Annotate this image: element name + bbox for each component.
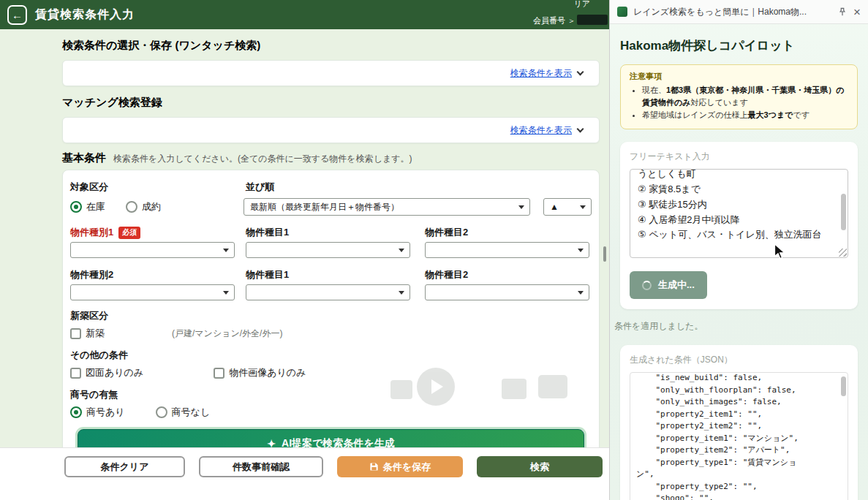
json-card: 生成された条件（JSON） "is_new_build": false, "on… — [620, 345, 858, 500]
select-caret-icon — [580, 205, 586, 209]
freetext-card: フリーテキスト入力 うとしくも町 ② 家賃8.5まで ③ 駅徒歩15分内 ④ 入… — [620, 142, 858, 309]
section-subtitle-basic: 検索条件を入力してください。(全ての条件に一致する物件を検索します。) — [113, 153, 412, 165]
side-panel-title: レインズ検索をもっと簡単に｜Hakoma物... — [633, 6, 831, 18]
property-type2-select[interactable] — [70, 284, 235, 300]
sort-order-label: 並び順 — [246, 181, 425, 194]
newbuild-checkbox[interactable]: 新築 — [70, 327, 105, 340]
notice-title: 注意事項 — [630, 71, 848, 82]
radio-selected-icon — [70, 406, 82, 418]
scrollbar-thumb[interactable] — [841, 194, 846, 230]
radio-stock[interactable]: 在庫 — [70, 200, 105, 213]
images-only-label: 物件画像ありのみ — [229, 366, 306, 379]
checkbox-icon — [70, 328, 81, 339]
shogo-section-label: 商号の有無 — [70, 388, 118, 401]
shogo-nashi-label: 商号なし — [172, 406, 211, 419]
property-type2-label: 物件種別2 — [70, 268, 246, 281]
notice-item: 現在、1都3県（東京都・神奈川県・千葉県・埼玉県）の賃貸物件のみ対応しています — [642, 84, 848, 109]
freetext-line: ⑤ ペット可、バス・トイレ別、独立洗面台 — [638, 227, 833, 243]
floorplan-only-label: 図面ありのみ — [86, 366, 143, 379]
select-caret-icon — [578, 291, 584, 295]
save-conditions-button[interactable]: 条件を保存 — [337, 456, 463, 477]
notice-item: 希望地域はレインズの仕様上最大3つまでです — [642, 109, 848, 121]
basic-conditions-panel: 対象区分 並び順 在庫 成約 最新順（最終更新年月日 — [62, 170, 600, 468]
json-code: "is_new_build": false, "only_with_floorp… — [636, 372, 836, 500]
property-item1-label: 物件種目1 — [246, 226, 425, 239]
copilot-panel-body: Hakoma物件探しコパイロット 注意事項 現在、1都3県（東京都・神奈川県・千… — [610, 24, 868, 500]
ghost-play-overlay-icon — [417, 368, 455, 406]
property-item1b-select[interactable] — [246, 284, 410, 300]
spinner-icon — [642, 281, 652, 290]
matching-search-panel: 検索条件を表示 — [62, 117, 600, 143]
page-title: 賃貸検索条件入力 — [35, 7, 135, 23]
member-number-label: 会員番号 ＞ — [533, 15, 575, 26]
resize-grip-icon[interactable] — [839, 249, 847, 257]
generated-json-output[interactable]: "is_new_build": false, "only_with_floorp… — [630, 372, 848, 500]
generate-button[interactable]: 生成中... — [630, 271, 707, 299]
sort-order-select[interactable]: 最新順（最終更新年月日＋物件番号） — [244, 198, 530, 216]
section-title-onetouch: 検索条件の選択・保存 (ワンタッチ検索) — [62, 39, 600, 53]
select-caret-icon — [578, 249, 584, 252]
scrollbar-thumb[interactable] — [841, 376, 846, 396]
ghost-grid-overlay-icon — [390, 380, 412, 399]
save-button-label: 条件を保存 — [383, 461, 431, 474]
newbuild-note: (戸建/マンション/外全/外一) — [172, 327, 282, 340]
freetext-line: ④ 入居希望2月中頃以降 — [638, 213, 833, 228]
newbuild-checkbox-label: 新築 — [86, 327, 105, 340]
section-title-matching: マッチング検索登録 — [62, 96, 600, 110]
generate-button-label: 生成中... — [658, 279, 695, 292]
status-message: 条件を適用しました。 — [614, 320, 858, 333]
section-title-basic: 基本条件 — [62, 151, 106, 165]
property-item2b-select[interactable] — [425, 284, 589, 300]
freetext-input[interactable]: うとしくも町 ② 家賃8.5まで ③ 駅徒歩15分内 ④ 入居希望2月中頃以降 … — [630, 169, 848, 258]
radio-icon — [156, 406, 167, 418]
pin-icon[interactable] — [837, 7, 848, 17]
freetext-line: ③ 駅徒歩15分内 — [638, 197, 833, 213]
show-conditions-link-matching[interactable]: 検索条件を表示 — [510, 124, 572, 137]
clear-conditions-button[interactable]: 条件クリア — [64, 456, 185, 477]
side-panel-header: レインズ検索をもっと簡単に｜Hakoma物... × — [610, 0, 868, 24]
select-caret-icon — [399, 291, 404, 295]
property-item1-select[interactable] — [246, 242, 410, 258]
property-type1-select[interactable] — [70, 242, 235, 258]
radio-selected-icon — [70, 201, 82, 213]
precheck-count-button[interactable]: 件数事前確認 — [199, 456, 323, 477]
checkbox-icon — [214, 368, 224, 379]
floppy-disk-icon — [369, 462, 379, 471]
app-header: ← 賃貸検索条件入力 リア 会員番号 ＞ — [0, 0, 609, 29]
ghost-overlay-icon — [538, 375, 567, 398]
property-type1-label: 物件種別1必須 — [70, 226, 246, 239]
onetouch-search-panel: 検索条件を表示 — [62, 60, 600, 86]
bottom-toolbar: 条件クリア 件数事前確認 条件を保存 検索 — [0, 447, 609, 500]
member-number-redacted — [577, 15, 608, 25]
extension-icon — [617, 7, 627, 17]
select-caret-icon — [518, 205, 524, 209]
select-caret-icon — [223, 249, 229, 252]
other-conditions-label: その他の条件 — [70, 349, 128, 362]
radio-closed[interactable]: 成約 — [126, 200, 161, 213]
radio-closed-label: 成約 — [142, 200, 161, 213]
radio-shogo-nashi[interactable]: 商号なし — [156, 406, 211, 419]
show-conditions-link-onetouch[interactable]: 検索条件を表示 — [510, 67, 572, 80]
freetext-line: うとしくも町 — [638, 169, 833, 182]
radio-icon — [126, 201, 137, 213]
shogo-ari-label: 商号あり — [86, 406, 125, 419]
panel-resize-handle[interactable] — [603, 246, 606, 262]
floorplan-only-checkbox[interactable]: 図面ありのみ — [70, 366, 143, 379]
select-caret-icon — [399, 249, 404, 252]
sort-direction-select[interactable]: ▲ — [543, 198, 592, 216]
reins-app: ← 賃貸検索条件入力 リア 会員番号 ＞ 検索条件の選択・保存 (ワンタッチ検索… — [0, 0, 609, 500]
json-label: 生成された条件（JSON） — [630, 354, 848, 366]
chevron-down-icon[interactable] — [577, 125, 584, 132]
chevron-down-icon[interactable] — [577, 68, 584, 75]
freetext-label: フリーテキスト入力 — [630, 151, 848, 163]
close-icon[interactable]: × — [853, 6, 861, 18]
property-item2-select[interactable] — [425, 242, 589, 258]
images-only-checkbox[interactable]: 物件画像ありのみ — [214, 366, 306, 379]
main-content: 検索条件の選択・保存 (ワンタッチ検索) 検索条件を表示 マッチング検索登録 検… — [62, 29, 600, 468]
radio-stock-label: 在庫 — [86, 200, 105, 213]
search-button[interactable]: 検索 — [477, 456, 603, 477]
back-button[interactable]: ← — [7, 5, 27, 25]
freetext-line: ② 家賃8.5まで — [638, 182, 833, 197]
select-caret-icon — [223, 291, 229, 295]
radio-shogo-ari[interactable]: 商号あり — [70, 406, 125, 419]
